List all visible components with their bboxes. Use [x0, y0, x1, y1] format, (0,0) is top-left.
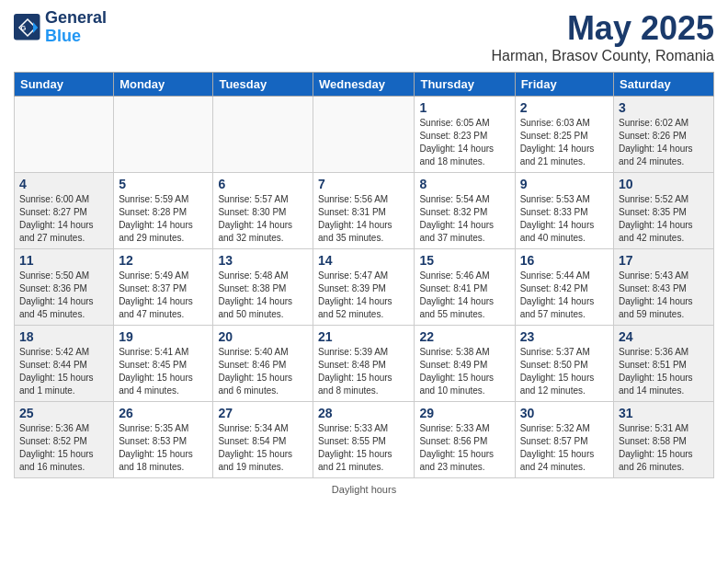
day-number: 31: [619, 406, 709, 420]
day-number: 13: [218, 253, 308, 268]
calendar-cell: 22Sunrise: 5:38 AM Sunset: 8:49 PM Dayli…: [415, 326, 515, 402]
page: G General Blue May 2025 Harman, Brasov C…: [0, 0, 728, 563]
day-info: Sunrise: 5:38 AM Sunset: 8:49 PM Dayligh…: [419, 346, 509, 397]
calendar-cell: 30Sunrise: 5:32 AM Sunset: 8:57 PM Dayli…: [515, 402, 613, 478]
day-number: 5: [119, 177, 208, 191]
day-number: 15: [419, 253, 509, 268]
calendar-cell: 16Sunrise: 5:44 AM Sunset: 8:42 PM Dayli…: [515, 249, 613, 326]
calendar-cell: 5Sunrise: 5:59 AM Sunset: 8:28 PM Daylig…: [114, 173, 213, 249]
day-number: 26: [119, 406, 208, 420]
calendar-cell: 19Sunrise: 5:41 AM Sunset: 8:45 PM Dayli…: [114, 326, 213, 402]
day-number: 6: [218, 177, 308, 191]
calendar-cell: 11Sunrise: 5:50 AM Sunset: 8:36 PM Dayli…: [15, 249, 114, 326]
header: G General Blue May 2025 Harman, Brasov C…: [14, 9, 714, 64]
logo-text: General Blue: [45, 9, 107, 46]
day-info: Sunrise: 5:49 AM Sunset: 8:37 PM Dayligh…: [119, 270, 208, 321]
calendar-header-row: SundayMondayTuesdayWednesdayThursdayFrid…: [15, 73, 714, 97]
day-number: 11: [19, 253, 108, 268]
day-info: Sunrise: 5:32 AM Sunset: 8:57 PM Dayligh…: [520, 422, 609, 474]
calendar-cell: 31Sunrise: 5:31 AM Sunset: 8:58 PM Dayli…: [614, 402, 714, 478]
day-number: 8: [419, 177, 509, 191]
daylight-label: Daylight hours: [332, 484, 396, 495]
day-number: 7: [318, 177, 409, 191]
calendar-cell: 3Sunrise: 6:02 AM Sunset: 8:26 PM Daylig…: [614, 97, 714, 173]
calendar-cell: 8Sunrise: 5:54 AM Sunset: 8:32 PM Daylig…: [415, 173, 515, 249]
day-info: Sunrise: 5:31 AM Sunset: 8:58 PM Dayligh…: [619, 422, 709, 474]
day-info: Sunrise: 5:48 AM Sunset: 8:38 PM Dayligh…: [218, 270, 308, 321]
logo-blue: Blue: [45, 28, 107, 46]
day-number: 14: [318, 253, 409, 268]
day-info: Sunrise: 5:33 AM Sunset: 8:56 PM Dayligh…: [419, 422, 509, 474]
calendar-cell: 6Sunrise: 5:57 AM Sunset: 8:30 PM Daylig…: [213, 173, 313, 249]
day-info: Sunrise: 5:52 AM Sunset: 8:35 PM Dayligh…: [619, 193, 709, 245]
calendar-header-thursday: Thursday: [415, 73, 515, 97]
day-info: Sunrise: 5:37 AM Sunset: 8:50 PM Dayligh…: [520, 346, 609, 397]
calendar-cell: 24Sunrise: 5:36 AM Sunset: 8:51 PM Dayli…: [614, 326, 714, 402]
logo: G General Blue: [14, 9, 107, 46]
day-info: Sunrise: 6:03 AM Sunset: 8:25 PM Dayligh…: [520, 117, 609, 168]
calendar-cell: 17Sunrise: 5:43 AM Sunset: 8:43 PM Dayli…: [614, 249, 714, 326]
day-info: Sunrise: 5:43 AM Sunset: 8:43 PM Dayligh…: [619, 270, 709, 321]
day-number: 21: [318, 329, 409, 344]
day-number: 10: [619, 177, 709, 191]
calendar-cell: 12Sunrise: 5:49 AM Sunset: 8:37 PM Dayli…: [114, 249, 213, 326]
svg-text:G: G: [21, 24, 27, 32]
day-info: Sunrise: 5:50 AM Sunset: 8:36 PM Dayligh…: [19, 270, 108, 321]
day-number: 1: [419, 100, 509, 115]
day-info: Sunrise: 5:36 AM Sunset: 8:51 PM Dayligh…: [619, 346, 709, 397]
day-info: Sunrise: 5:46 AM Sunset: 8:41 PM Dayligh…: [419, 270, 509, 321]
calendar-cell: [213, 97, 313, 173]
day-info: Sunrise: 5:47 AM Sunset: 8:39 PM Dayligh…: [318, 270, 409, 321]
calendar-cell: 27Sunrise: 5:34 AM Sunset: 8:54 PM Dayli…: [213, 402, 313, 478]
calendar-cell: 4Sunrise: 6:00 AM Sunset: 8:27 PM Daylig…: [15, 173, 114, 249]
day-info: Sunrise: 5:36 AM Sunset: 8:52 PM Dayligh…: [19, 422, 108, 474]
day-number: 23: [520, 329, 609, 344]
day-info: Sunrise: 6:02 AM Sunset: 8:26 PM Dayligh…: [619, 117, 709, 168]
calendar-cell: 9Sunrise: 5:53 AM Sunset: 8:33 PM Daylig…: [515, 173, 613, 249]
day-number: 29: [419, 406, 509, 420]
day-info: Sunrise: 5:40 AM Sunset: 8:46 PM Dayligh…: [218, 346, 308, 397]
calendar-week-row: 18Sunrise: 5:42 AM Sunset: 8:44 PM Dayli…: [15, 326, 714, 402]
day-info: Sunrise: 5:41 AM Sunset: 8:45 PM Dayligh…: [119, 346, 208, 397]
calendar-cell: 21Sunrise: 5:39 AM Sunset: 8:48 PM Dayli…: [313, 326, 415, 402]
day-number: 19: [119, 329, 208, 344]
day-number: 28: [318, 406, 409, 420]
day-info: Sunrise: 5:53 AM Sunset: 8:33 PM Dayligh…: [520, 193, 609, 245]
title-block: May 2025 Harman, Brasov County, Romania: [492, 9, 714, 64]
calendar-cell: 7Sunrise: 5:56 AM Sunset: 8:31 PM Daylig…: [313, 173, 415, 249]
calendar-cell: 25Sunrise: 5:36 AM Sunset: 8:52 PM Dayli…: [15, 402, 114, 478]
day-info: Sunrise: 5:39 AM Sunset: 8:48 PM Dayligh…: [318, 346, 409, 397]
calendar-cell: 26Sunrise: 5:35 AM Sunset: 8:53 PM Dayli…: [114, 402, 213, 478]
day-info: Sunrise: 5:35 AM Sunset: 8:53 PM Dayligh…: [119, 422, 208, 474]
day-info: Sunrise: 5:44 AM Sunset: 8:42 PM Dayligh…: [520, 270, 609, 321]
logo-icon: G: [14, 14, 41, 41]
day-number: 25: [19, 406, 108, 420]
day-number: 16: [520, 253, 609, 268]
day-info: Sunrise: 5:56 AM Sunset: 8:31 PM Dayligh…: [318, 193, 409, 245]
calendar-header-friday: Friday: [515, 73, 613, 97]
day-number: 30: [520, 406, 609, 420]
day-number: 20: [218, 329, 308, 344]
day-info: Sunrise: 5:57 AM Sunset: 8:30 PM Dayligh…: [218, 193, 308, 245]
calendar-cell: 13Sunrise: 5:48 AM Sunset: 8:38 PM Dayli…: [213, 249, 313, 326]
month-title: May 2025: [492, 9, 714, 48]
day-number: 2: [520, 100, 609, 115]
day-info: Sunrise: 6:00 AM Sunset: 8:27 PM Dayligh…: [19, 193, 108, 245]
day-number: 4: [19, 177, 108, 191]
calendar-week-row: 11Sunrise: 5:50 AM Sunset: 8:36 PM Dayli…: [15, 249, 714, 326]
day-info: Sunrise: 5:54 AM Sunset: 8:32 PM Dayligh…: [419, 193, 509, 245]
calendar-header-wednesday: Wednesday: [313, 73, 415, 97]
footer: Daylight hours: [14, 484, 714, 495]
day-info: Sunrise: 5:42 AM Sunset: 8:44 PM Dayligh…: [19, 346, 108, 397]
calendar-cell: [114, 97, 213, 173]
calendar-cell: 10Sunrise: 5:52 AM Sunset: 8:35 PM Dayli…: [614, 173, 714, 249]
day-info: Sunrise: 5:34 AM Sunset: 8:54 PM Dayligh…: [218, 422, 308, 474]
calendar-header-saturday: Saturday: [614, 73, 714, 97]
day-info: Sunrise: 5:33 AM Sunset: 8:55 PM Dayligh…: [318, 422, 409, 474]
calendar-cell: 29Sunrise: 5:33 AM Sunset: 8:56 PM Dayli…: [415, 402, 515, 478]
calendar-header-tuesday: Tuesday: [213, 73, 313, 97]
day-number: 27: [218, 406, 308, 420]
day-number: 22: [419, 329, 509, 344]
day-number: 12: [119, 253, 208, 268]
calendar-week-row: 4Sunrise: 6:00 AM Sunset: 8:27 PM Daylig…: [15, 173, 714, 249]
